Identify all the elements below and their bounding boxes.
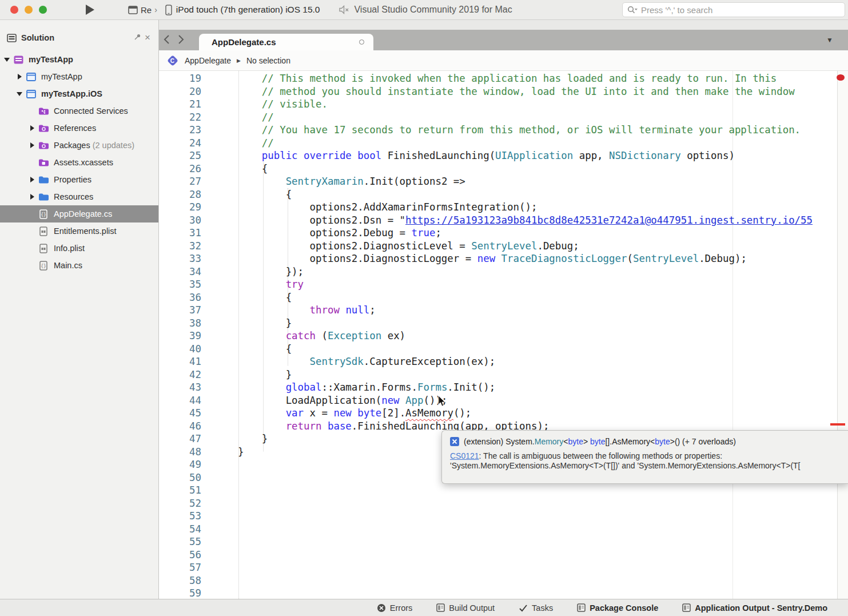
line-number[interactable]: 53: [159, 510, 201, 523]
expander-icon[interactable]: [16, 92, 23, 96]
code-line-51[interactable]: 51: [159, 484, 214, 497]
code-line-54[interactable]: 54: [159, 523, 214, 536]
run-button[interactable]: [85, 4, 96, 15]
sidebar-item-assets-xcassets[interactable]: Assets.xcassets: [0, 154, 158, 171]
scrollbar[interactable]: [837, 71, 848, 599]
code-line-39[interactable]: 39 catch (Exception ex): [159, 329, 405, 343]
line-number[interactable]: 28: [159, 188, 201, 201]
code-line-53[interactable]: 53: [159, 510, 214, 523]
zoom-window-button[interactable]: [39, 6, 47, 14]
line-number[interactable]: 47: [159, 432, 201, 446]
code-line-47[interactable]: 47 }: [159, 432, 268, 446]
code-line-34[interactable]: 34 });: [159, 265, 304, 279]
sidebar-item-mytestapp-ios[interactable]: myTestApp.iOS: [0, 85, 158, 102]
line-number[interactable]: 35: [159, 278, 201, 291]
sidebar-item-packages[interactable]: Packages(2 updates): [0, 137, 158, 154]
line-number[interactable]: 25: [159, 149, 201, 162]
line-number[interactable]: 19: [159, 72, 201, 85]
code-line-44[interactable]: 44 LoadApplication(new App());: [159, 394, 447, 407]
line-number[interactable]: 48: [159, 446, 201, 459]
code-line-59[interactable]: 59: [159, 587, 214, 599]
line-number[interactable]: 40: [159, 343, 201, 356]
code-line-19[interactable]: 19 // This method is invoked when the ap…: [159, 72, 777, 85]
line-number[interactable]: 54: [159, 523, 201, 536]
code-line-56[interactable]: 56: [159, 549, 214, 562]
code-line-22[interactable]: 22 //: [159, 111, 274, 124]
code-line-32[interactable]: 32 options2.DiagnosticLevel = SentryLeve…: [159, 240, 579, 253]
code-line-25[interactable]: 25 public override bool FinishedLaunchin…: [159, 149, 735, 162]
code-line-26[interactable]: 26 {: [159, 162, 268, 176]
search-input[interactable]: [641, 5, 840, 15]
line-number[interactable]: 45: [159, 407, 201, 420]
line-number[interactable]: 27: [159, 175, 201, 188]
code-line-31[interactable]: 31 options2.Debug = true;: [159, 226, 441, 240]
breadcrumb-selection[interactable]: No selection: [246, 56, 290, 65]
line-number[interactable]: 51: [159, 484, 201, 497]
line-number[interactable]: 58: [159, 574, 201, 587]
line-number[interactable]: 21: [159, 98, 201, 111]
error-code-link[interactable]: CS0121: [450, 451, 479, 460]
line-number[interactable]: 57: [159, 561, 201, 574]
line-number[interactable]: 52: [159, 497, 201, 510]
sidebar-item-properties[interactable]: Properties: [0, 171, 158, 188]
line-number[interactable]: 24: [159, 137, 201, 150]
code-line-30[interactable]: 30 options2.Dsn = "https://5a193123a9b84…: [159, 214, 813, 227]
expander-icon[interactable]: [29, 142, 35, 148]
pin-pad-button[interactable]: [132, 33, 142, 42]
line-number[interactable]: 42: [159, 368, 201, 381]
code-line-35[interactable]: 35 try: [159, 278, 304, 291]
line-number[interactable]: 34: [159, 265, 201, 279]
code-line-45[interactable]: 45 var x = new byte[2].AsMemory();: [159, 407, 471, 420]
code-line-28[interactable]: 28 {: [159, 188, 292, 201]
code-line-48[interactable]: 48 }: [159, 446, 244, 459]
line-number[interactable]: 43: [159, 381, 201, 394]
line-number[interactable]: 30: [159, 214, 201, 227]
build-configuration-selector[interactable]: Re ›: [128, 5, 157, 15]
pad-tab-application-output-sentry-demo[interactable]: Application Output - Sentry.Demo: [682, 603, 827, 613]
line-number[interactable]: 26: [159, 162, 201, 176]
code-line-55[interactable]: 55: [159, 535, 214, 549]
code-line-49[interactable]: 49: [159, 458, 214, 471]
code-line-21[interactable]: 21 // visible.: [159, 98, 328, 111]
close-pad-button[interactable]: ×: [142, 32, 153, 43]
navigate-forward-button[interactable]: [178, 34, 184, 46]
sidebar-item-references[interactable]: References: [0, 120, 158, 137]
pad-tab-tasks[interactable]: Tasks: [519, 603, 553, 613]
code-line-27[interactable]: 27 SentryXamarin.Init(options2 =>: [159, 175, 465, 188]
tab-list-dropdown[interactable]: ▼: [826, 30, 833, 50]
line-number[interactable]: 33: [159, 252, 201, 265]
close-window-button[interactable]: [10, 6, 18, 14]
sidebar-item-info-plist[interactable]: Info.plist: [0, 240, 158, 257]
code-line-23[interactable]: 23 // You have 17 seconds to return from…: [159, 124, 801, 137]
code-line-36[interactable]: 36 {: [159, 291, 292, 304]
navigate-back-button[interactable]: [164, 34, 170, 46]
line-number[interactable]: 55: [159, 535, 201, 549]
expander-icon[interactable]: [29, 177, 35, 182]
line-number[interactable]: 29: [159, 201, 201, 214]
line-number[interactable]: 22: [159, 111, 201, 124]
code-line-58[interactable]: 58: [159, 574, 214, 587]
sidebar-item-mytestapp[interactable]: myTestApp: [0, 51, 158, 68]
code-line-29[interactable]: 29 options2.AddXamarinFormsIntegration()…: [159, 201, 537, 214]
sidebar-item-appdelegate-cs[interactable]: {}AppDelegate.cs: [0, 205, 158, 222]
expander-icon[interactable]: [29, 194, 35, 200]
expander-icon[interactable]: [16, 74, 23, 80]
line-number[interactable]: 39: [159, 329, 201, 343]
code-line-41[interactable]: 41 SentrySdk.CaptureException(ex);: [159, 355, 495, 368]
line-number[interactable]: 32: [159, 240, 201, 253]
device-selector[interactable]: iPod touch (7th generation) iOS 15.0: [165, 5, 320, 15]
code-line-38[interactable]: 38 }: [159, 317, 292, 330]
code-line-40[interactable]: 40 {: [159, 343, 292, 356]
line-number[interactable]: 46: [159, 420, 201, 433]
sidebar-item-connected-services[interactable]: Connected Services: [0, 102, 158, 120]
code-line-42[interactable]: 42 }: [159, 368, 292, 381]
line-number[interactable]: 37: [159, 304, 201, 317]
code-line-57[interactable]: 57: [159, 561, 214, 574]
code-line-43[interactable]: 43 global::Xamarin.Forms.Forms.Init();: [159, 381, 495, 394]
sidebar-item-mytestapp[interactable]: myTestApp: [0, 68, 158, 85]
breadcrumb-class[interactable]: AppDelegate: [185, 56, 231, 65]
line-number[interactable]: 31: [159, 226, 201, 240]
pad-tab-build-output[interactable]: Build Output: [436, 603, 495, 613]
code-line-50[interactable]: 50: [159, 471, 214, 484]
line-number[interactable]: 59: [159, 587, 201, 599]
